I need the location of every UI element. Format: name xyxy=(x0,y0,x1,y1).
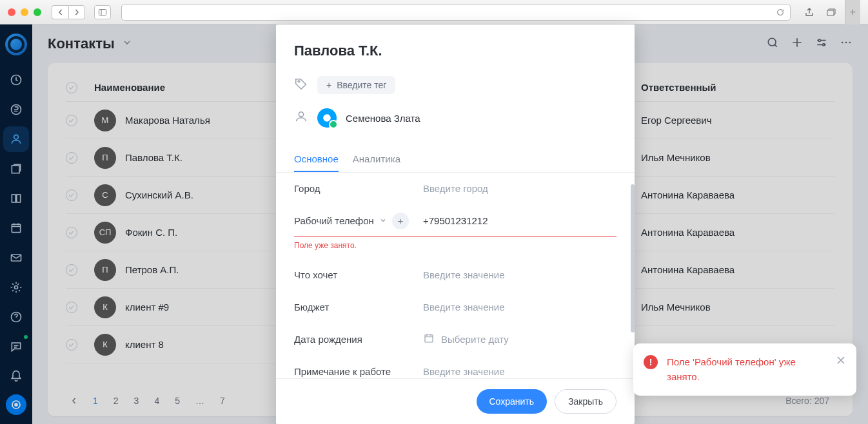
field-label-birthdate: Дата рождения xyxy=(294,334,423,345)
svg-rect-2 xyxy=(827,10,834,15)
browser-chrome: + xyxy=(0,0,868,24)
add-tag-label: Введите тег xyxy=(337,80,386,90)
birthdate-placeholder: Выберите дату xyxy=(441,334,509,345)
url-bar[interactable] xyxy=(121,4,791,21)
window-close-icon[interactable] xyxy=(8,8,15,16)
work-phone-input[interactable] xyxy=(423,215,616,226)
svg-point-21 xyxy=(323,114,331,122)
owner-avatar[interactable] xyxy=(317,108,337,128)
wants-input[interactable] xyxy=(423,269,616,280)
field-label-work-phone-text: Рабочий телефон xyxy=(294,215,374,226)
tag-icon xyxy=(294,77,308,93)
note-input[interactable] xyxy=(423,366,616,377)
field-label-city: Город xyxy=(294,183,423,194)
modal-tabs: Основное Аналитика xyxy=(276,147,635,173)
nav-forward-button[interactable] xyxy=(68,5,85,19)
svg-point-20 xyxy=(299,112,303,117)
plus-icon: + xyxy=(326,80,331,90)
svg-point-19 xyxy=(298,81,300,82)
error-icon: ! xyxy=(644,355,658,369)
field-label-budget: Бюджет xyxy=(294,302,423,313)
tab-analytics[interactable]: Аналитика xyxy=(353,147,400,172)
svg-rect-22 xyxy=(425,335,433,342)
field-label-work-phone: Рабочий телефон + xyxy=(294,213,423,229)
error-toast: ! Поле 'Рабочий телефон' уже занято. xyxy=(633,343,856,396)
save-button[interactable]: Сохранить xyxy=(477,389,547,414)
birthdate-input[interactable]: Выберите дату xyxy=(423,332,616,346)
field-label-wants: Что хочет xyxy=(294,269,423,280)
nav-back-forward xyxy=(52,5,85,19)
toast-close-button[interactable] xyxy=(836,355,846,368)
refresh-icon[interactable] xyxy=(776,8,785,17)
traffic-lights xyxy=(8,8,41,16)
modal-form: Город Рабочий телефон + Поле уже занято.… xyxy=(276,173,635,378)
window-minimize-icon[interactable] xyxy=(21,8,28,16)
calendar-icon xyxy=(423,332,435,346)
city-input[interactable] xyxy=(423,183,616,194)
nav-back-button[interactable] xyxy=(52,5,68,19)
tabs-button[interactable] xyxy=(823,5,840,19)
modal-footer: Сохранить Закрыть xyxy=(276,378,635,424)
svg-rect-0 xyxy=(99,9,106,15)
budget-input[interactable] xyxy=(423,302,616,313)
contact-edit-modal: Павлова Т.К. + Введите тег Семенова Злат… xyxy=(276,24,635,424)
modal-scrollbar[interactable] xyxy=(631,184,635,332)
sidebar-toggle-button[interactable] xyxy=(94,5,111,19)
share-button[interactable] xyxy=(801,5,818,19)
field-label-note: Примечание к работе xyxy=(294,366,423,377)
add-tag-button[interactable]: + Введите тег xyxy=(317,76,395,94)
toast-message: Поле 'Рабочий телефон' уже занято. xyxy=(667,355,827,384)
chevron-down-icon[interactable] xyxy=(379,215,387,226)
modal-title: Павлова Т.К. xyxy=(294,43,616,59)
add-phone-button[interactable]: + xyxy=(392,213,409,229)
work-phone-error: Поле уже занято. xyxy=(294,241,616,250)
window-zoom-icon[interactable] xyxy=(34,8,41,16)
owner-icon xyxy=(294,110,308,126)
close-button[interactable]: Закрыть xyxy=(555,389,616,414)
new-tab-button[interactable]: + xyxy=(845,0,860,24)
owner-name[interactable]: Семенова Злата xyxy=(346,113,420,124)
tab-main[interactable]: Основное xyxy=(294,147,339,172)
